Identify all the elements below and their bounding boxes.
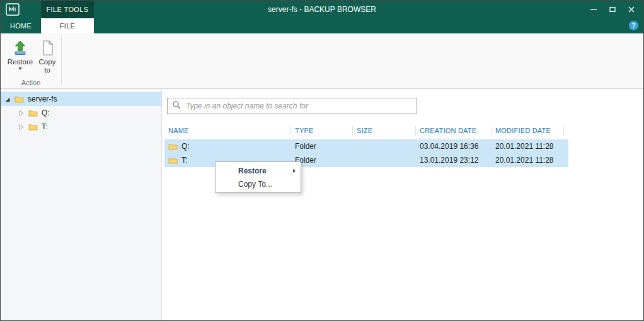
maximize-icon [609,6,616,13]
tree-item-label: server-fs [28,95,57,103]
cell-type: Folder [291,142,353,151]
app-icon [6,3,20,16]
column-header-type[interactable]: TYPE [291,126,353,135]
ribbon: Restore Copy to Action [1,33,643,89]
ribbon-group-separator [61,37,62,85]
submenu-arrow-icon [293,169,296,173]
tree-item-label: Q: [42,108,50,117]
cell-name: T: [181,156,187,165]
search-icon [172,100,181,112]
file-table: NAME TYPE SIZE CREATION DATE MODIFIED DA… [164,124,568,167]
maximize-button[interactable] [603,1,622,18]
restore-dropdown-caret-icon [18,67,22,70]
restore-icon [12,40,28,56]
close-button[interactable] [622,1,641,18]
folder-icon [168,156,178,164]
tree-item-server-fs[interactable]: server-fs [1,92,161,106]
cell-creation-date: 03.04.2019 16:36 [416,142,492,151]
backup-tree-panel: server-fs Q: T: [1,89,162,320]
expanded-arrow-icon[interactable] [4,96,11,103]
folder-icon [14,95,24,103]
cell-name: Q: [181,142,190,151]
context-menu: Restore Copy To... [215,161,301,193]
tab-home[interactable]: HOME [1,18,41,33]
help-button[interactable]: ? [629,21,638,30]
tree-item-label: T: [42,122,47,131]
restore-button[interactable]: Restore [6,37,35,73]
column-header-size[interactable]: SIZE [353,126,416,135]
column-header-modified-date[interactable]: MODIFIED DATE [492,126,564,135]
action-group-label: Action [1,79,61,86]
restore-label: Restore [8,58,33,66]
copy-to-icon [40,40,55,56]
minimize-icon [590,6,597,13]
collapsed-arrow-icon[interactable] [18,110,25,117]
folder-icon [28,109,38,117]
folder-icon [168,143,178,150]
cell-creation-date: 13.01.2019 23:12 [416,156,492,165]
context-menu-item-copy-to[interactable]: Copy To... [216,177,301,190]
copy-to-button[interactable]: Copy to [35,37,60,77]
menu-item-label: Copy To... [238,180,272,189]
ribbon-tab-row: HOME FILE ? [1,18,643,33]
column-header-name[interactable]: NAME [164,126,291,135]
copy-to-label: Copy to [36,58,59,74]
collapsed-arrow-icon[interactable] [18,124,25,131]
minimize-button[interactable] [584,1,603,18]
folder-icon [28,123,38,131]
titlebar: FILE TOOLS server-fs - BACKUP BROWSER [1,1,643,18]
table-row[interactable]: Q: Folder 03.04.2019 16:36 20.01.2021 11… [164,139,568,153]
tree-item-q-drive[interactable]: Q: [1,106,161,120]
backup-browser-window: FILE TOOLS server-fs - BACKUP BROWSER HO… [0,0,644,321]
cell-modified-date: 20.01.2021 11:28 [492,156,564,165]
close-icon [628,6,635,13]
file-tools-contextual-tab[interactable]: FILE TOOLS [41,1,94,18]
cell-modified-date: 20.01.2021 11:28 [492,142,564,151]
table-header-row: NAME TYPE SIZE CREATION DATE MODIFIED DA… [164,124,568,137]
search-box [167,98,417,114]
context-menu-item-restore[interactable]: Restore [216,164,301,177]
column-header-creation-date[interactable]: CREATION DATE [416,126,492,135]
tree-item-t-drive[interactable]: T: [1,120,161,134]
search-input[interactable] [186,102,412,110]
tab-file[interactable]: FILE [41,18,94,33]
menu-item-label: Restore [238,166,267,175]
window-title: server-fs - BACKUP BROWSER [1,1,643,18]
window-controls [584,1,641,18]
file-list-panel: NAME TYPE SIZE CREATION DATE MODIFIED DA… [162,89,643,320]
